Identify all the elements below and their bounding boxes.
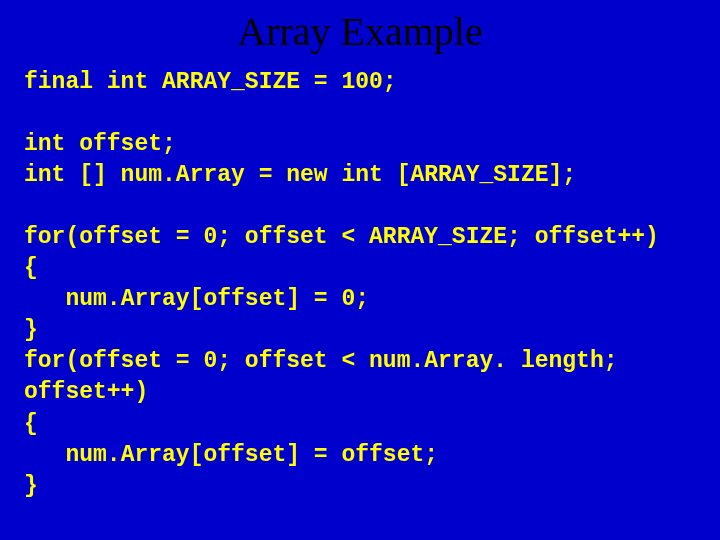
slide-title: Array Example — [0, 0, 720, 67]
code-block: final int ARRAY_SIZE = 100; int offset; … — [0, 67, 720, 502]
slide: Array Example final int ARRAY_SIZE = 100… — [0, 0, 720, 540]
